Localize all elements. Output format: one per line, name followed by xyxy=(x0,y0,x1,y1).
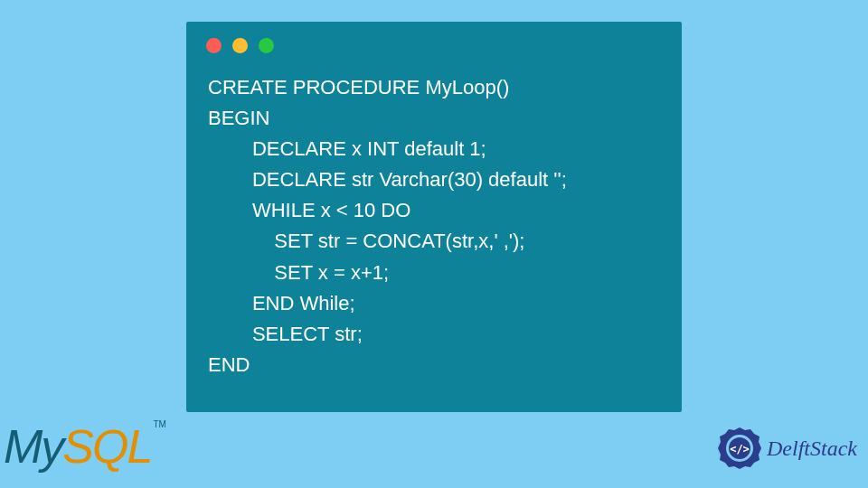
svg-text:</>: </> xyxy=(730,443,750,455)
window-traffic-lights xyxy=(206,38,274,53)
code-line: SELECT str; xyxy=(208,323,363,345)
mysql-logo-sql: SQL xyxy=(62,420,151,473)
code-block: CREATE PROCEDURE MyLoop() BEGIN DECLARE … xyxy=(208,72,664,380)
trademark-label: TM xyxy=(153,419,165,429)
code-line: CREATE PROCEDURE MyLoop() xyxy=(208,76,509,99)
gear-code-icon: </> xyxy=(718,427,761,470)
delftstack-label: DelftStack xyxy=(767,436,857,461)
code-line: WHILE x < 10 DO xyxy=(208,199,410,221)
close-icon xyxy=(206,38,222,53)
code-line: SET x = x+1; xyxy=(208,261,389,284)
mysql-logo-my: My xyxy=(4,420,62,473)
code-line: SET str = CONCAT(str,x,' ,'); xyxy=(208,230,524,252)
code-line: DECLARE str Varchar(30) default ''; xyxy=(208,168,567,191)
mysql-logo: MySQLTM xyxy=(4,419,166,474)
code-line: END While; xyxy=(208,292,355,314)
code-line: DECLARE x INT default 1; xyxy=(208,137,486,160)
code-line: BEGIN xyxy=(208,107,269,129)
code-window: CREATE PROCEDURE MyLoop() BEGIN DECLARE … xyxy=(186,22,682,412)
code-line: END xyxy=(208,353,250,376)
minimize-icon xyxy=(232,38,248,53)
maximize-icon xyxy=(259,38,274,53)
delftstack-logo: </> DelftStack xyxy=(718,427,857,470)
